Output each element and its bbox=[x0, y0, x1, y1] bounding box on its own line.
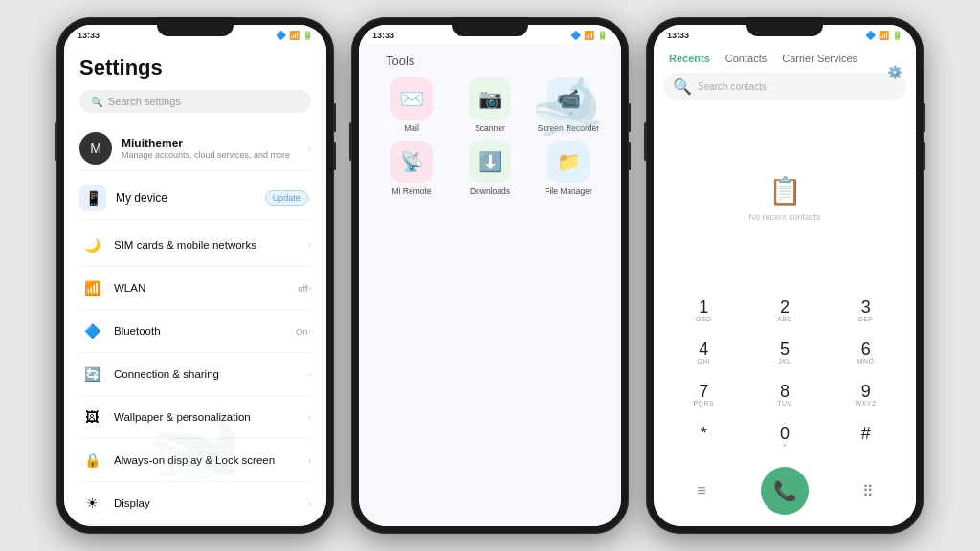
sim-item[interactable]: 🌙 SIM cards & mobile networks › bbox=[79, 224, 311, 267]
tab-recents[interactable]: Recents bbox=[663, 50, 716, 67]
dial-actions: ≡ 📞 ⠿ bbox=[654, 459, 916, 526]
mail-icon[interactable]: ✉️ bbox=[390, 77, 433, 120]
bluetooth-value: On bbox=[296, 326, 308, 337]
gear-icon[interactable]: ⚙️ bbox=[887, 65, 902, 79]
dial-letters: PQRS bbox=[693, 400, 714, 409]
dial-digit: 7 bbox=[699, 383, 708, 400]
dial-digit: 6 bbox=[861, 341, 871, 358]
search-input[interactable]: Search settings bbox=[108, 96, 181, 107]
profile-item[interactable]: M Miuithemer Manage accounts, cloud serv… bbox=[79, 126, 311, 171]
wlan-icon: 📶 bbox=[79, 276, 104, 300]
chevron-icon: › bbox=[308, 326, 311, 337]
home-screen: 13:33 🔷 📶 🔋 🐋 Tools ✉️ Mail 📷 Scanner bbox=[359, 25, 621, 526]
scanner-icon[interactable]: 📷 bbox=[469, 77, 511, 120]
dial-key-2[interactable]: 2 ABC bbox=[745, 291, 826, 333]
search-bar[interactable]: 🔍 Search settings bbox=[79, 90, 311, 113]
dial-digit: 9 bbox=[861, 383, 871, 400]
vol-down-button[interactable] bbox=[333, 142, 336, 170]
tab-contacts[interactable]: Contacts bbox=[720, 50, 772, 67]
app-label: Downloads bbox=[470, 187, 510, 196]
dial-key-4[interactable]: 4 GHI bbox=[663, 333, 745, 375]
dial-key-9[interactable]: 9 WXYZ bbox=[825, 375, 906, 417]
mi-remote-icon[interactable]: 📡 bbox=[390, 141, 433, 183]
dial-letters: WXYZ bbox=[856, 400, 877, 409]
signal-icon: 📶 bbox=[584, 31, 594, 40]
bluetooth-icon: 🔷 bbox=[570, 31, 581, 40]
dial-digit: 8 bbox=[780, 383, 790, 400]
status-icons: 🔷 📶 🔋 bbox=[865, 31, 902, 40]
wallpaper-icon: 🖼 bbox=[79, 405, 104, 430]
no-contacts-icon: 📋 bbox=[768, 175, 802, 207]
list-item[interactable]: 📷 Scanner bbox=[455, 77, 525, 133]
bluetooth-label: Bluetooth bbox=[114, 325, 296, 337]
notch bbox=[452, 17, 528, 36]
power-button[interactable] bbox=[55, 122, 57, 161]
list-item[interactable]: 📡 Mi Remote bbox=[376, 141, 447, 196]
connection-label: Connection & sharing bbox=[114, 368, 308, 380]
dial-digit: 1 bbox=[699, 298, 708, 316]
wlan-content: WLAN bbox=[114, 282, 298, 294]
dial-digit: # bbox=[861, 425, 871, 442]
voicemail-button[interactable]: ≡ bbox=[684, 474, 719, 508]
phone-home: 13:33 🔷 📶 🔋 🐋 Tools ✉️ Mail 📷 Scanner bbox=[351, 17, 629, 534]
dial-key-0[interactable]: 0 + bbox=[745, 417, 826, 459]
dial-key-8[interactable]: 8 TUV bbox=[745, 375, 826, 417]
vol-up-button[interactable] bbox=[628, 103, 631, 132]
search-icon: 🔍 bbox=[673, 77, 692, 96]
file-manager-icon[interactable]: 📁 bbox=[547, 141, 590, 183]
call-button[interactable]: 📞 bbox=[761, 467, 809, 515]
sim-icon: 🌙 bbox=[79, 232, 104, 257]
lockscreen-item[interactable]: 🔒 Always-on display & Lock screen › bbox=[79, 439, 311, 482]
status-icons: 🔷 📶 🔋 bbox=[276, 31, 313, 40]
downloads-icon[interactable]: ⬇️ bbox=[469, 141, 511, 183]
dial-key-6[interactable]: 6 MNO bbox=[825, 333, 906, 375]
home-content: 🐋 Tools ✉️ Mail 📷 Scanner 📹 Screen Recor… bbox=[359, 44, 621, 526]
list-item[interactable]: 📁 File Manager bbox=[533, 141, 604, 196]
dial-letters: ABC bbox=[777, 316, 792, 325]
list-item[interactable]: ⬇️ Downloads bbox=[455, 141, 525, 196]
power-button[interactable] bbox=[349, 122, 352, 161]
vol-down-button[interactable] bbox=[923, 142, 925, 170]
display-item[interactable]: ☀ Display › bbox=[79, 482, 311, 525]
dial-key-3[interactable]: 3 DEF bbox=[825, 291, 906, 333]
bluetooth-icon: 🔷 bbox=[276, 31, 286, 40]
chevron-icon: › bbox=[308, 412, 311, 423]
wlan-item[interactable]: 📶 WLAN off › bbox=[79, 267, 311, 310]
device-item[interactable]: 📱 My device Update › bbox=[79, 177, 311, 220]
contacts-search-bar[interactable]: 🔍 Search contacts bbox=[663, 73, 906, 100]
search-input[interactable]: Search contacts bbox=[698, 81, 767, 92]
wallpaper-item[interactable]: 🖼 Wallpaper & personalization › bbox=[79, 396, 311, 439]
vol-up-button[interactable] bbox=[923, 103, 925, 132]
dial-digit: 5 bbox=[780, 341, 790, 358]
dial-key-7[interactable]: 7 PQRS bbox=[663, 375, 745, 417]
status-time: 13:33 bbox=[372, 31, 394, 40]
dial-letters: GSD bbox=[696, 316, 712, 325]
display-label: Display bbox=[114, 497, 308, 509]
dial-pad: 1 GSD 2 ABC 3 DEF 4 GHI 5 JKL bbox=[654, 291, 916, 459]
settings-screen: 13:33 🔷 📶 🔋 Settings 🔍 Search settings M… bbox=[64, 25, 326, 526]
device-label: My device bbox=[116, 191, 265, 205]
dial-key-hash[interactable]: # bbox=[825, 417, 906, 459]
page-title: Settings bbox=[79, 55, 311, 80]
vol-up-button[interactable] bbox=[333, 103, 336, 132]
update-badge[interactable]: Update bbox=[265, 190, 308, 206]
dial-digit: 2 bbox=[780, 298, 790, 316]
connection-content: Connection & sharing bbox=[114, 368, 308, 380]
search-icon: 🔍 bbox=[91, 97, 102, 107]
connection-item[interactable]: 🔄 Connection & sharing › bbox=[79, 353, 311, 396]
wallpaper-label: Wallpaper & personalization bbox=[114, 411, 308, 423]
bluetooth-item[interactable]: 🔷 Bluetooth On › bbox=[79, 310, 311, 353]
wlan-label: WLAN bbox=[114, 282, 298, 294]
profile-text: Miuithemer Manage accounts, cloud servic… bbox=[122, 137, 299, 160]
no-contacts-area: 📋 No recent contacts bbox=[654, 106, 916, 291]
vol-down-button[interactable] bbox=[628, 142, 631, 170]
tab-carrier-services[interactable]: Carrier Services bbox=[776, 50, 863, 67]
dial-key-star[interactable]: * bbox=[663, 417, 745, 459]
dial-key-1[interactable]: 1 GSD bbox=[663, 291, 745, 333]
power-button[interactable] bbox=[644, 122, 647, 161]
dial-key-5[interactable]: 5 JKL bbox=[745, 333, 826, 375]
battery-icon: 🔋 bbox=[597, 31, 608, 40]
list-item[interactable]: ✉️ Mail bbox=[376, 77, 447, 133]
dialpad-icon[interactable]: ⠿ bbox=[851, 474, 885, 508]
signal-icon: 📶 bbox=[879, 31, 889, 40]
